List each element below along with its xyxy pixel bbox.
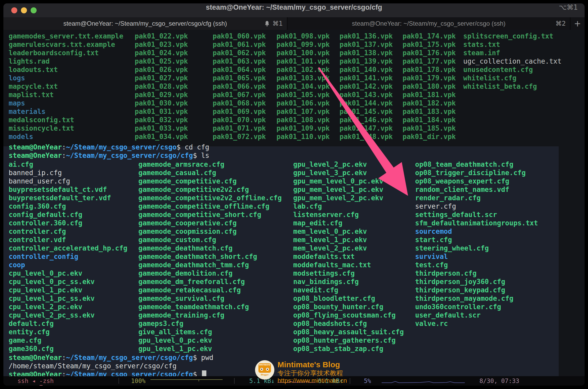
file-name: gamemode_deathmatch_tmm.cfg	[138, 261, 282, 269]
new-tab-button[interactable]: +	[570, 17, 585, 30]
file-name: gamemode_training.cfg	[138, 311, 282, 319]
file-name: pak01_181.vpk	[403, 91, 456, 99]
file-name: modsettings.cfg	[293, 269, 404, 277]
file-name: controller.360.cfg	[9, 219, 127, 227]
file-name: pak01_101.vpk	[276, 57, 330, 65]
file-name: pak01_024.vpk	[135, 49, 188, 57]
file-name: mem_level_1_pc.ekv	[293, 236, 404, 244]
file-name: op08_hunter_gatherers.cfg	[293, 336, 404, 344]
file-name: pak01_176.vpk	[403, 49, 456, 57]
cpu-percentage[interactable]: 5%	[364, 376, 371, 386]
mintimate-logo: MINTIMATE Blogger	[255, 360, 274, 380]
file-name: pak01_140.vpk	[340, 65, 393, 74]
tab-csgo[interactable]: steam@OneYear: ~/Steam/my_csgo_server/cs…	[287, 17, 570, 30]
prompt-ls: steam@OneYear:~/Steam/my_csgo_server/csg…	[9, 151, 209, 160]
file-name: steam.inf	[463, 49, 562, 57]
file-name: pak01_146.vpk	[340, 116, 393, 124]
window-shortcut-hint: ⌥⌘1	[559, 3, 578, 17]
file-name: gamemode_casual.cfg	[138, 169, 282, 177]
file-name: pak01_061.vpk	[213, 40, 266, 49]
directory-name: survival	[415, 252, 538, 261]
prompt-cd-cfg: steam@OneYear:~/Steam/my_csgo_server/csg…	[9, 143, 209, 151]
file-name: gamemode_competitive.cfg	[138, 177, 282, 185]
file-name: nav_bindings.cfg	[293, 277, 404, 286]
file-name: cpu_level_0_pc.ekv	[9, 269, 127, 277]
file-name: pak01_064.vpk	[213, 65, 266, 74]
file-name: pak01_177.vpk	[403, 57, 456, 65]
file-name: give_all_items.cfg	[138, 328, 282, 336]
file-name: lab.cfg	[293, 202, 404, 210]
minimize-button[interactable]	[21, 7, 27, 13]
file-name: settings_default.scr	[415, 210, 538, 219]
tab-label: steam@OneYear: ~/Steam/my_csgo_server/cs…	[352, 20, 505, 27]
file-name: op08_stab_stab_zap.cfg	[293, 344, 404, 353]
file-name: cpu_level_1_pc.ekv	[9, 286, 127, 294]
file-name: test.cfg	[415, 261, 538, 269]
file-name: stats.txt	[463, 40, 562, 49]
file-name: pak01_148.vpk	[340, 132, 393, 141]
file-name: pak01_098.vpk	[276, 32, 330, 40]
session-indicator[interactable]: ssh ◂ -zsh	[18, 376, 54, 386]
file-column: pak01_022.vpkpak01_023.vpkpak01_024.vpkp…	[135, 32, 188, 141]
window-titlebar: steam@OneYear: ~/Steam/my_csgo_server/cs…	[3, 3, 585, 17]
file-name: pak01_072.vpk	[213, 132, 266, 141]
battery-graph	[150, 378, 223, 384]
file-name: gamemode_demolition.cfg	[138, 269, 282, 277]
file-name: cpu_level_0_pc_ss.ekv	[9, 277, 127, 286]
file-name: render_radar.cfg	[415, 194, 538, 202]
file-name: undo360controller.cfg	[415, 303, 538, 311]
file-name: game.cfg	[9, 336, 127, 344]
file-name: pak01_147.vpk	[340, 124, 393, 132]
logo-badge-text: MINTIMATE	[258, 363, 271, 366]
file-name: gamemode_competitive2v2.cfg	[138, 185, 282, 194]
file-name: pak01_068.vpk	[213, 99, 266, 107]
file-name: pak01_106.vpk	[276, 99, 330, 107]
file-name: steering_wheel.cfg	[415, 244, 538, 252]
file-name: pak01_139.vpk	[340, 57, 393, 65]
file-name: pak01_179.vpk	[403, 74, 456, 82]
file-name: banned_user.cfg	[9, 177, 127, 185]
file-name: pak01_141.vpk	[340, 74, 393, 82]
terminal-screen[interactable]: gamemodes_server.txt.examplegamerulescva…	[3, 30, 585, 376]
file-name: pak01_110.vpk	[276, 132, 330, 141]
file-name: pak01_033.vpk	[135, 124, 188, 132]
file-name: pak01_066.vpk	[213, 82, 266, 91]
file-column: op08_team_deathmatch.cfgop08_trigger_dis…	[415, 160, 538, 328]
file-column: gamemode_armsrace.cfggamemode_casual.cfg…	[138, 160, 282, 353]
file-name: listenserver.cfg	[293, 210, 404, 219]
file-name: map_edit.cfg	[293, 219, 404, 227]
file-name: pak01_063.vpk	[213, 57, 266, 65]
pwd-output: /home/steam/Steam/my_csgo_server/csgo/cf…	[9, 362, 177, 370]
file-name: pak01_069.vpk	[213, 107, 266, 116]
divider	[118, 378, 119, 384]
file-name: gpu_level_3_pc.ekv	[293, 169, 404, 177]
file-name: gamemodes_server.txt.example	[9, 32, 123, 40]
file-name: op08_flying_scoutsman.cfg	[293, 311, 404, 319]
close-button[interactable]	[11, 7, 17, 13]
file-name: pak01_025.vpk	[135, 57, 188, 65]
bell-icon	[264, 20, 270, 27]
file-name: gpu_level_0_pc.ekv	[138, 336, 282, 344]
file-name: pak01_144.vpk	[340, 99, 393, 107]
file-name: pak01_026.vpk	[135, 65, 188, 74]
file-name: user_default.scr	[415, 311, 538, 319]
file-name: pak01_029.vpk	[135, 91, 188, 99]
zoom-button[interactable]	[31, 7, 37, 13]
file-name: game360.cfg	[9, 344, 127, 353]
file-name: pak01_034.vpk	[135, 132, 188, 141]
file-name: banned_ip.cfg	[9, 169, 127, 177]
directory-name: sourcemod	[415, 227, 538, 236]
directory-name: materials	[9, 107, 123, 116]
file-name: pak01_102.vpk	[276, 65, 330, 74]
clock-text[interactable]: 8/30, 07:33	[479, 376, 519, 386]
file-name: entity.cfg	[9, 328, 127, 336]
file-name: gamemode_competitive2v2_offline.cfg	[138, 194, 282, 202]
file-name: pak01_071.vpk	[213, 124, 266, 132]
tab-csgo-cfg[interactable]: steam@OneYear: ~/Steam/my_csgo_server/cs…	[3, 17, 287, 30]
tab-shortcut: ⌘2	[556, 20, 566, 27]
file-name: gamemode_armsrace.cfg	[138, 160, 282, 169]
file-name: moddefaults_mac.txt	[293, 261, 404, 269]
file-name: pak01_107.vpk	[276, 107, 330, 116]
file-name: op08_team_deathmatch.cfg	[415, 160, 538, 169]
battery-percentage[interactable]: 100%	[131, 376, 145, 386]
